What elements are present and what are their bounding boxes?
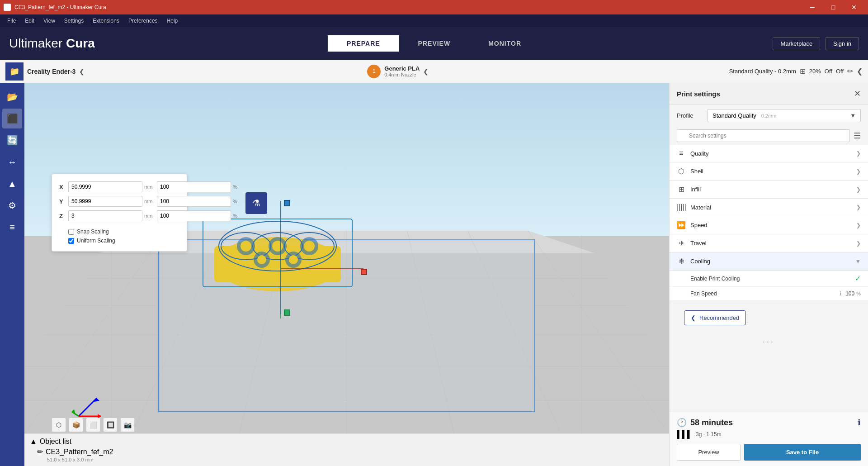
wireframe-view-button[interactable]: ⬜ [86, 418, 100, 432]
signin-button[interactable]: Sign in [826, 37, 859, 50]
scale-x-input[interactable]: 50.9999 [68, 181, 142, 192]
minimize-button[interactable]: ─ [802, 0, 823, 14]
settings-categories-list: ≡ Quality ❯ ⬡ Shell ❯ ⊞ Infill ❯ ||||| M… [670, 145, 868, 412]
fan-speed-value: 100 [845, 290, 854, 297]
infill-value: 20% [809, 68, 821, 75]
sidebar-tool-layers[interactable]: ≡ [2, 217, 22, 237]
recommended-btn-area: ❮ Recommended [670, 301, 868, 334]
scale-icon-button[interactable]: ⚗ [245, 192, 267, 214]
svg-point-34 [289, 255, 298, 264]
preview-button[interactable]: Preview [677, 444, 741, 461]
xray-view-button[interactable]: 🔲 [103, 418, 118, 432]
viewport-bottom-tools: ⬡ 📦 ⬜ 🔲 📷 [52, 418, 135, 432]
solid-view-button[interactable]: ⬡ [52, 418, 66, 432]
more-settings-dots[interactable]: ··· [670, 334, 868, 349]
tab-prepare[interactable]: PREPARE [328, 35, 399, 52]
save-to-file-button[interactable]: Save to File [744, 444, 861, 461]
scale-inputs: X 50.9999 mm 100 % Y 50.9999 mm 100 % [59, 181, 238, 225]
app-logo: Ultimaker Cura [9, 36, 95, 51]
edit-settings-button[interactable]: ✏ [847, 67, 853, 76]
object-list-toggle[interactable]: ▲ Object list [30, 437, 113, 446]
scale-z-unit: mm [144, 213, 155, 219]
viewport-bottom-bar: ▲ Object list ✏ CE3_Pattern_fef_m2 51.0 … [24, 433, 669, 466]
tab-monitor[interactable]: MONITOR [469, 35, 540, 52]
menu-file[interactable]: File [4, 16, 19, 26]
menu-view[interactable]: View [40, 16, 59, 26]
uniform-scaling-row: Uniform Scaling [68, 238, 179, 244]
scale-z-pct-sign: % [233, 213, 238, 219]
sidebar-tool-scale[interactable]: ⬛ [2, 109, 22, 128]
fan-speed-unit: % [856, 291, 861, 296]
category-infill[interactable]: ⊞ Infill ❯ [670, 181, 868, 199]
category-speed[interactable]: ⏩ Speed ❯ [670, 216, 868, 234]
adhesion-label: Off [836, 68, 844, 75]
fan-speed-info-icon[interactable]: ℹ [840, 290, 842, 297]
recommended-button[interactable]: ❮ Recommended [684, 310, 746, 325]
tab-preview[interactable]: PREVIEW [399, 35, 470, 52]
estimate-material-row: ▌▌▌ 3g · 1.15m [677, 430, 861, 438]
recommended-label: Recommended [699, 314, 739, 321]
scale-y-input[interactable]: 50.9999 [68, 196, 142, 207]
category-cooling[interactable]: ❄ Cooling ▼ [670, 252, 868, 271]
logo-bold: Cura [66, 36, 95, 50]
material-category-icon: ||||| [677, 203, 686, 211]
menu-help[interactable]: Help [163, 16, 182, 26]
estimate-material-value: 3g · 1.15m [696, 431, 722, 437]
shell-icon: ⬡ [677, 167, 686, 176]
category-shell[interactable]: ⬡ Shell ❯ [670, 162, 868, 181]
infill-category-icon: ⊞ [677, 185, 686, 194]
snap-scaling-row: Snap Scaling [68, 228, 179, 235]
object-item: ✏ CE3_Pattern_fef_m2 [37, 447, 113, 456]
sidebar-tool-mirror[interactable]: ↔ [2, 152, 22, 172]
infill-icon: ⊞ [800, 67, 806, 76]
material-icon: ▌▌▌ [677, 430, 692, 438]
snap-scaling-checkbox[interactable] [68, 229, 74, 235]
sidebar-tool-rotate[interactable]: 🔄 [2, 130, 22, 150]
scale-x-label: X [59, 184, 66, 190]
category-material[interactable]: ||||| Material ❯ [670, 199, 868, 216]
search-settings-row: 🔍 ☰ [670, 127, 868, 145]
menu-edit[interactable]: Edit [21, 16, 38, 26]
info-icon[interactable]: ℹ [858, 418, 861, 428]
menu-settings[interactable]: Settings [61, 16, 87, 26]
recommended-chevron-icon: ❮ [691, 314, 696, 321]
sidebar-tool-settings[interactable]: ⚙ [2, 195, 22, 215]
header: Ultimaker Cura PREPARE PREVIEW MONITOR M… [0, 27, 868, 60]
settings-menu-button[interactable]: ☰ [854, 131, 861, 141]
scale-z-input[interactable]: 3 [68, 210, 142, 221]
category-quality[interactable]: ≡ Quality ❯ [670, 145, 868, 162]
open-folder-button[interactable]: 📁 [5, 62, 24, 81]
settings-chevron-button[interactable]: ❮ [857, 67, 863, 76]
menu-extensions[interactable]: Extensions [89, 16, 123, 26]
support-label: Off [825, 68, 832, 75]
handle-top[interactable] [284, 200, 290, 206]
handle-right[interactable] [361, 269, 367, 275]
scale-y-unit: mm [144, 199, 155, 204]
travel-icon: ✈ [677, 239, 686, 247]
handle-bottom[interactable] [284, 309, 290, 316]
sidebar-tool-support[interactable]: ▲ [2, 174, 22, 194]
clock-icon: 🕐 [677, 418, 687, 428]
material-chevron-button[interactable]: ❮ [423, 68, 429, 75]
scale-z-pct[interactable]: 100 [157, 210, 231, 221]
sidebar-tool-open[interactable]: 📂 [2, 87, 22, 107]
printer-chevron-button[interactable]: ❮ [79, 68, 85, 75]
close-print-settings-button[interactable]: ✕ [854, 89, 861, 99]
menu-preferences[interactable]: Preferences [125, 16, 161, 26]
search-settings-input[interactable] [677, 129, 850, 142]
close-button[interactable]: ✕ [844, 0, 864, 14]
printer-section: 📁 Creality Ender-3 ❮ [5, 62, 363, 81]
object-list-items: ✏ CE3_Pattern_fef_m2 51.0 x 51.0 x 3.0 m… [37, 447, 113, 462]
camera-view-button[interactable]: 📷 [120, 418, 135, 432]
object-list-area: ▲ Object list ✏ CE3_Pattern_fef_m2 51.0 … [30, 437, 113, 462]
layers-view-button[interactable]: 📦 [69, 418, 83, 432]
category-travel[interactable]: ✈ Travel ❯ [670, 234, 868, 252]
scale-x-pct-sign: % [233, 184, 238, 190]
maximize-button[interactable]: □ [823, 0, 844, 14]
marketplace-button[interactable]: Marketplace [773, 37, 820, 50]
uniform-scaling-checkbox[interactable] [68, 238, 74, 244]
scale-y-pct[interactable]: 100 [157, 196, 231, 207]
header-right: Marketplace Sign in [773, 37, 859, 50]
scale-x-pct[interactable]: 100 [157, 181, 231, 192]
profile-select-dropdown[interactable]: Standard Quality 0.2mm ▼ [708, 109, 861, 122]
